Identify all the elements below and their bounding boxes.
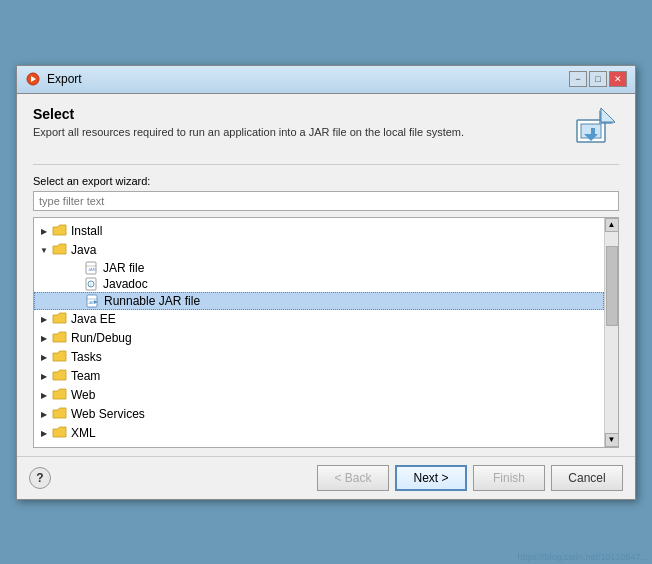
expand-run-debug-arrow — [38, 332, 50, 344]
title-controls: − □ ✕ — [569, 71, 627, 87]
tree-item-tasks[interactable]: Tasks — [34, 348, 604, 367]
expand-java-ee-arrow — [38, 313, 50, 325]
tree-item-javadoc[interactable]: J Javadoc — [34, 276, 604, 292]
title-bar-left: Export — [25, 71, 82, 87]
watermark: https://blog.csdn.net/10110547... — [517, 552, 648, 562]
export-dialog: Export − □ ✕ Select Export all resources… — [16, 65, 636, 500]
runnable-jar-label: Runnable JAR file — [104, 294, 200, 308]
tree-item-xml[interactable]: XML — [34, 424, 604, 443]
next-button[interactable]: Next > — [395, 465, 467, 491]
expand-web-arrow — [38, 389, 50, 401]
tasks-label: Tasks — [71, 350, 102, 364]
tree-item-runnable-jar[interactable]: JAR Runnable JAR file — [34, 292, 604, 310]
java-label: Java — [71, 243, 96, 257]
folder-run-debug-icon — [52, 330, 68, 347]
folder-web-services-icon — [52, 406, 68, 423]
back-button[interactable]: < Back — [317, 465, 389, 491]
expand-java-arrow — [38, 244, 50, 256]
wizard-label: Select an export wizard: — [33, 175, 619, 187]
title-bar: Export − □ ✕ — [17, 66, 635, 94]
tree-item-run-debug[interactable]: Run/Debug — [34, 329, 604, 348]
folder-java-ee-icon — [52, 311, 68, 328]
cancel-button[interactable]: Cancel — [551, 465, 623, 491]
jar-file-icon: JAR — [84, 261, 100, 275]
close-button[interactable]: ✕ — [609, 71, 627, 87]
maximize-button[interactable]: □ — [589, 71, 607, 87]
dialog-title: Export — [47, 72, 82, 86]
folder-install-icon — [52, 223, 68, 240]
tree-list: Install Java — [34, 218, 604, 447]
tree-item-jar-file[interactable]: JAR JAR file — [34, 260, 604, 276]
expand-tasks-arrow — [38, 351, 50, 363]
javadoc-label: Javadoc — [103, 277, 148, 291]
header-text: Select Export all resources required to … — [33, 106, 561, 138]
scroll-down-button[interactable]: ▼ — [605, 433, 619, 447]
tree-item-java-ee[interactable]: Java EE — [34, 310, 604, 329]
help-button[interactable]: ? — [29, 467, 51, 489]
scroll-thumb[interactable] — [606, 246, 618, 326]
javadoc-icon: J — [84, 277, 100, 291]
folder-tasks-icon — [52, 349, 68, 366]
expand-web-services-arrow — [38, 408, 50, 420]
scroll-up-button[interactable]: ▲ — [605, 218, 619, 232]
content-area: Select Export all resources required to … — [17, 94, 635, 456]
expand-xml-arrow — [38, 427, 50, 439]
team-label: Team — [71, 369, 100, 383]
bottom-bar: ? < Back Next > Finish Cancel — [17, 456, 635, 499]
svg-text:JAR: JAR — [88, 267, 96, 272]
tree-item-web[interactable]: Web — [34, 386, 604, 405]
tree-item-java[interactable]: Java — [34, 241, 604, 260]
expand-team-arrow — [38, 370, 50, 382]
scrollbar[interactable]: ▲ ▼ — [604, 218, 618, 447]
jar-file-label: JAR file — [103, 261, 144, 275]
tree-item-team[interactable]: Team — [34, 367, 604, 386]
tree-item-install[interactable]: Install — [34, 222, 604, 241]
xml-label: XML — [71, 426, 96, 440]
install-label: Install — [71, 224, 102, 238]
button-group: < Back Next > Finish Cancel — [317, 465, 623, 491]
tree-container: Install Java — [33, 217, 619, 448]
header-title: Select — [33, 106, 561, 122]
dialog-icon — [25, 71, 41, 87]
folder-team-icon — [52, 368, 68, 385]
folder-xml-icon — [52, 425, 68, 442]
folder-java-icon — [52, 242, 68, 259]
tree-item-web-services[interactable]: Web Services — [34, 405, 604, 424]
minimize-button[interactable]: − — [569, 71, 587, 87]
expand-install-arrow — [38, 225, 50, 237]
web-services-label: Web Services — [71, 407, 145, 421]
svg-text:J: J — [90, 282, 92, 287]
folder-web-icon — [52, 387, 68, 404]
header-description: Export all resources required to run an … — [33, 126, 561, 138]
java-ee-label: Java EE — [71, 312, 116, 326]
header-icon — [571, 106, 619, 154]
finish-button[interactable]: Finish — [473, 465, 545, 491]
header-section: Select Export all resources required to … — [33, 106, 619, 165]
runnable-jar-icon: JAR — [85, 294, 101, 308]
run-debug-label: Run/Debug — [71, 331, 132, 345]
filter-input[interactable] — [33, 191, 619, 211]
web-label: Web — [71, 388, 95, 402]
